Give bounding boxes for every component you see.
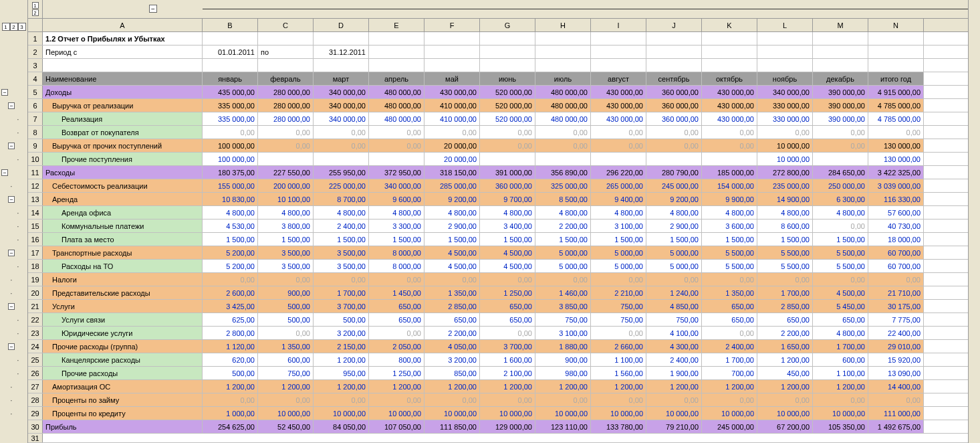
empty-cell[interactable] <box>591 46 646 58</box>
value-cell[interactable]: 180 375,00 <box>203 166 258 179</box>
value-cell[interactable]: 650,00 <box>480 313 535 326</box>
value-cell[interactable]: 1 560,00 <box>591 367 646 379</box>
value-cell[interactable]: 750,00 <box>591 313 646 326</box>
value-cell[interactable]: 4 530,00 <box>203 219 258 232</box>
value-cell[interactable]: 0,00 <box>591 126 646 139</box>
table-header-8[interactable]: август <box>591 72 646 85</box>
row-header-26[interactable]: 26 <box>28 367 43 379</box>
value-cell[interactable]: 360 000,00 <box>646 86 702 98</box>
value-cell[interactable]: 600,00 <box>813 353 868 366</box>
row-header-9[interactable]: 9 <box>28 139 43 152</box>
value-cell[interactable]: 950,00 <box>314 367 369 379</box>
value-cell[interactable]: 0,00 <box>258 327 314 339</box>
value-cell[interactable]: 4 800,00 <box>535 206 591 219</box>
column-header-L[interactable]: L <box>757 19 813 31</box>
row-name[interactable]: Услуги связи <box>43 313 203 326</box>
value-cell[interactable]: 3 100,00 <box>591 219 646 232</box>
empty-cell[interactable] <box>813 46 868 58</box>
value-cell[interactable]: 650,00 <box>813 313 868 326</box>
value-cell[interactable]: 79 210,00 <box>646 420 702 433</box>
value-cell[interactable]: 255 950,00 <box>314 166 369 179</box>
value-cell[interactable]: 3 800,00 <box>258 219 314 232</box>
value-cell[interactable]: 2 200,00 <box>535 219 591 232</box>
value-cell[interactable]: 10 000,00 <box>646 407 702 420</box>
empty-cell[interactable] <box>813 59 868 72</box>
value-cell[interactable]: 1 500,00 <box>591 233 646 246</box>
value-cell[interactable]: 500,00 <box>258 313 314 326</box>
col-outline-level-1[interactable]: 1 <box>32 2 39 9</box>
value-cell[interactable]: 2 660,00 <box>591 340 646 353</box>
value-cell[interactable]: 390 000,00 <box>813 99 868 112</box>
value-cell[interactable] <box>535 153 591 165</box>
value-cell[interactable]: 130 000,00 <box>868 153 924 165</box>
value-cell[interactable]: 284 650,00 <box>813 166 868 179</box>
value-cell[interactable]: 600,00 <box>258 353 314 366</box>
value-cell[interactable]: 1 100,00 <box>813 367 868 379</box>
row-header-25[interactable]: 25 <box>28 353 43 366</box>
value-cell[interactable]: 330 000,00 <box>757 112 813 125</box>
value-cell[interactable]: 2 900,00 <box>424 219 480 232</box>
value-cell[interactable]: 1 500,00 <box>314 233 369 246</box>
value-cell[interactable]: 10 100,00 <box>258 193 314 205</box>
value-cell[interactable]: 340 000,00 <box>314 86 369 98</box>
table-header-2[interactable]: февраль <box>258 72 314 85</box>
column-header-G[interactable]: G <box>480 19 535 31</box>
row-header-16[interactable]: 16 <box>28 233 43 246</box>
value-cell[interactable]: 4 800,00 <box>424 206 480 219</box>
value-cell[interactable]: 0,00 <box>591 393 646 406</box>
column-header-F[interactable]: F <box>424 19 480 31</box>
value-cell[interactable]: 0,00 <box>813 219 868 232</box>
value-cell[interactable]: 1 500,00 <box>535 233 591 246</box>
value-cell[interactable]: 4 050,00 <box>424 340 480 353</box>
value-cell[interactable]: 480 000,00 <box>535 99 591 112</box>
value-cell[interactable]: 1 200,00 <box>314 380 369 393</box>
value-cell[interactable]: 10 000,00 <box>757 139 813 152</box>
value-cell[interactable]: 0,00 <box>813 139 868 152</box>
value-cell[interactable]: 133 780,00 <box>591 420 646 433</box>
value-cell[interactable]: 0,00 <box>314 126 369 139</box>
row-name[interactable]: Реализация <box>43 112 203 125</box>
value-cell[interactable]: 1 880,00 <box>535 340 591 353</box>
table-header-3[interactable]: март <box>314 72 369 85</box>
row-name[interactable]: Расходы на ТО <box>43 260 203 272</box>
value-cell[interactable]: 200 000,00 <box>258 179 314 192</box>
value-cell[interactable]: 14 400,00 <box>868 380 924 393</box>
value-cell[interactable]: 3 200,00 <box>424 353 480 366</box>
value-cell[interactable]: 650,00 <box>424 313 480 326</box>
value-cell[interactable]: 8 500,00 <box>535 193 591 205</box>
value-cell[interactable]: 390 000,00 <box>813 86 868 98</box>
value-cell[interactable]: 5 500,00 <box>702 246 757 259</box>
value-cell[interactable]: 9 900,00 <box>702 193 757 205</box>
value-cell[interactable]: 5 000,00 <box>591 246 646 259</box>
value-cell[interactable]: 20 000,00 <box>424 139 480 152</box>
value-cell[interactable]: 0,00 <box>258 126 314 139</box>
value-cell[interactable]: 0,00 <box>591 273 646 286</box>
period-from[interactable]: 01.01.2011 <box>203 46 258 58</box>
value-cell[interactable]: 0,00 <box>591 139 646 152</box>
value-cell[interactable]: 1 500,00 <box>813 233 868 246</box>
value-cell[interactable]: 5 000,00 <box>591 260 646 272</box>
value-cell[interactable]: 0,00 <box>314 393 369 406</box>
value-cell[interactable]: 0,00 <box>813 273 868 286</box>
value-cell[interactable]: 3 400,00 <box>480 219 535 232</box>
value-cell[interactable]: 650,00 <box>369 313 424 326</box>
empty-cell[interactable] <box>702 46 757 58</box>
value-cell[interactable]: 2 050,00 <box>369 340 424 353</box>
value-cell[interactable]: 30 175,00 <box>868 300 924 313</box>
value-cell[interactable]: 480 000,00 <box>369 86 424 98</box>
value-cell[interactable]: 480 000,00 <box>369 99 424 112</box>
value-cell[interactable]: 10 000,00 <box>813 407 868 420</box>
value-cell[interactable]: 0,00 <box>480 139 535 152</box>
value-cell[interactable]: 9 200,00 <box>646 193 702 205</box>
empty-cell[interactable] <box>757 46 813 58</box>
value-cell[interactable]: 430 000,00 <box>424 86 480 98</box>
empty-cell[interactable] <box>424 59 480 72</box>
value-cell[interactable]: 5 450,00 <box>813 300 868 313</box>
value-cell[interactable]: 130 000,00 <box>868 139 924 152</box>
period-label[interactable]: Период с <box>43 46 203 58</box>
table-header-1[interactable]: январь <box>203 72 258 85</box>
value-cell[interactable]: 1 460,00 <box>535 286 591 299</box>
value-cell[interactable]: 1 200,00 <box>535 380 591 393</box>
empty-cell[interactable] <box>369 59 424 72</box>
value-cell[interactable]: 52 450,00 <box>258 420 314 433</box>
